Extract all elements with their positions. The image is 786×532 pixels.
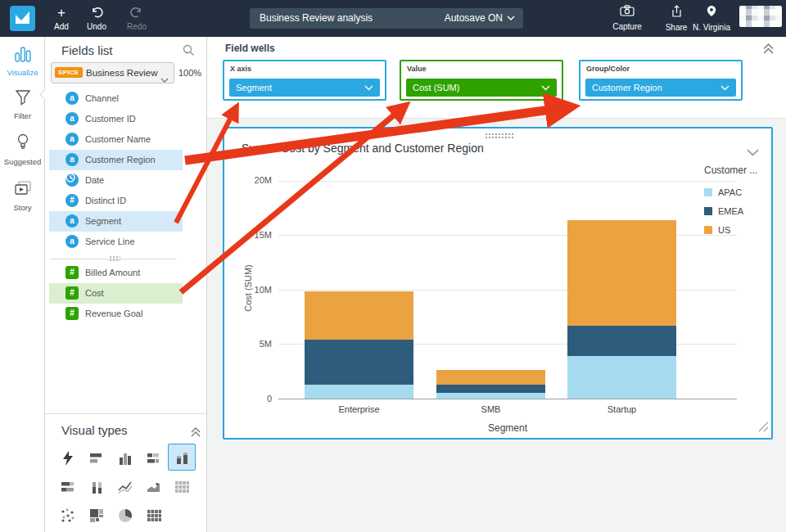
bar-segment-apac[interactable]: [567, 356, 676, 399]
y-tick-label: 15M: [241, 230, 272, 240]
spice-badge: SPICE: [55, 67, 83, 78]
location-pin-icon: [707, 6, 716, 20]
measure-field-icon: #: [66, 266, 79, 279]
well-x-axis-pill[interactable]: Segment: [229, 79, 380, 97]
field-item-segment[interactable]: aSegment: [49, 211, 183, 232]
add-button[interactable]: + Add: [42, 6, 81, 31]
string-field-icon: a: [66, 235, 79, 248]
fields-list-title: Fields list: [61, 43, 113, 57]
visual-type-horizontal-stacked-100-bar[interactable]: [54, 473, 82, 500]
visual-types-title: Visual types: [61, 423, 128, 437]
collapse-chevrons-icon[interactable]: [191, 426, 201, 440]
visual-type-scatter-plot[interactable]: [54, 502, 82, 529]
chevron-down-icon: [720, 85, 730, 91]
x-tick-label: Enterprise: [310, 404, 409, 414]
share-icon: [671, 6, 683, 20]
redo-icon: [117, 6, 156, 20]
field-item-customer-name[interactable]: aCustomer Name: [49, 129, 183, 150]
undo-icon: [77, 6, 116, 20]
chevron-down-icon: [507, 16, 515, 20]
visual-type-pie-chart[interactable]: [111, 502, 139, 529]
visual-type-tree-map[interactable]: [83, 502, 111, 529]
y-tick-label: 20M: [241, 175, 272, 185]
field-item-billed-amount[interactable]: #Billed Amount: [49, 263, 183, 283]
fields-divider-drag-handle[interactable]: [109, 255, 120, 261]
measure-field-icon: #: [66, 307, 79, 320]
filter-funnel-icon: [15, 94, 31, 108]
bar-smb[interactable]: [436, 370, 545, 399]
visual-type-horizontal-stacked-bar[interactable]: [140, 444, 168, 471]
user-account-redacted[interactable]: [739, 6, 782, 27]
visual-type-table[interactable]: [168, 473, 196, 500]
visual-type-area-chart[interactable]: [140, 473, 168, 500]
visual-type-vertical-stacked-bar[interactable]: [168, 444, 196, 471]
rail-item-suggested[interactable]: Suggested: [0, 133, 45, 166]
chevron-down-icon: [364, 85, 373, 91]
field-item-channel[interactable]: aChannel: [49, 88, 183, 109]
bar-startup[interactable]: [567, 220, 676, 399]
redo-button[interactable]: Redo: [117, 6, 156, 31]
dataset-selector[interactable]: SPICE Business Review: [51, 62, 174, 83]
pivot-grid-icon: [147, 509, 161, 521]
visual-type-horizontal-bar[interactable]: [83, 444, 111, 471]
string-field-icon: a: [66, 133, 79, 146]
dataset-name: Business Review: [86, 68, 158, 78]
well-value: Value Cost (SUM): [400, 60, 563, 101]
visual-type-pivot-table[interactable]: [140, 502, 168, 529]
quicksight-logo-icon[interactable]: [10, 6, 35, 31]
bar-segment-apac[interactable]: [436, 393, 545, 399]
field-item-distinct-id[interactable]: #Distinct ID: [49, 191, 183, 211]
well-group-color: Group/Color Customer Region: [579, 60, 743, 101]
fields-panel: Fields list SPICE Business Review 100% a…: [45, 37, 207, 532]
bar-segment-us[interactable]: [436, 370, 545, 385]
quicksight-app: + Add Undo Redo Business Review analysis…: [0, 0, 786, 532]
y-tick-label: 0: [241, 394, 272, 404]
well-x-axis: X axis Segment: [223, 60, 386, 101]
left-rail: Visualize Filter Suggested Story: [0, 37, 45, 532]
plus-icon: +: [42, 6, 81, 20]
visual-title: Sum of Cost by Segment and Customer Regi…: [242, 142, 484, 155]
visual-types-divider: [45, 413, 206, 414]
bar-segment-emea[interactable]: [305, 340, 413, 385]
bar-segment-apac[interactable]: [305, 385, 413, 399]
string-field-icon: a: [66, 214, 79, 228]
date-field-icon: [66, 174, 79, 187]
bar-segment-us[interactable]: [567, 220, 676, 326]
undo-button[interactable]: Undo: [77, 6, 116, 31]
bar-segment-emea[interactable]: [436, 385, 545, 393]
lightbulb-icon: [16, 140, 29, 154]
field-item-customer-region[interactable]: aCustomer Region: [49, 150, 183, 170]
autosave-dropdown[interactable]: Autosave ON: [445, 12, 515, 24]
drag-handle-dots[interactable]: [485, 133, 514, 139]
collapse-chevrons-icon[interactable]: [763, 43, 774, 57]
string-field-icon: a: [66, 112, 79, 125]
rail-item-visualize[interactable]: Visualize: [0, 47, 45, 77]
bar-segment-us[interactable]: [305, 291, 413, 340]
capture-button[interactable]: Capture: [603, 5, 651, 31]
field-item-service-line[interactable]: aService Line: [49, 232, 183, 252]
well-group-color-pill[interactable]: Customer Region: [585, 79, 736, 97]
rail-item-story[interactable]: Story: [0, 181, 45, 212]
resize-handle[interactable]: [758, 421, 769, 435]
field-item-customer-id[interactable]: aCustomer ID: [49, 109, 183, 129]
bar-segment-emea[interactable]: [567, 326, 676, 356]
search-icon[interactable]: [183, 44, 195, 60]
visual-menu-chevron-icon[interactable]: [747, 145, 759, 160]
chevron-down-icon: [541, 85, 550, 91]
x-tick-label: Startup: [573, 404, 671, 414]
visual-type-vertical-bar[interactable]: [111, 444, 139, 471]
field-item-date[interactable]: Date: [49, 170, 183, 191]
rail-item-filter[interactable]: Filter: [0, 89, 45, 120]
visual-type-line-chart[interactable]: [111, 473, 139, 500]
field-item-revenue-goal[interactable]: #Revenue Goal: [49, 304, 183, 324]
camera-icon: [620, 5, 635, 19]
visual-type-autograph[interactable]: [54, 444, 82, 471]
field-item-cost[interactable]: #Cost: [49, 283, 183, 304]
numeric-field-icon: #: [66, 194, 79, 207]
visual-type-vertical-stacked-100-bar[interactable]: [83, 473, 111, 500]
well-value-pill[interactable]: Cost (SUM): [406, 79, 557, 97]
measure-field-icon: #: [66, 286, 79, 300]
bar-enterprise[interactable]: [305, 291, 413, 399]
legend-title: Customer ...: [704, 165, 757, 176]
region-selector[interactable]: N. Virginia: [688, 5, 735, 32]
